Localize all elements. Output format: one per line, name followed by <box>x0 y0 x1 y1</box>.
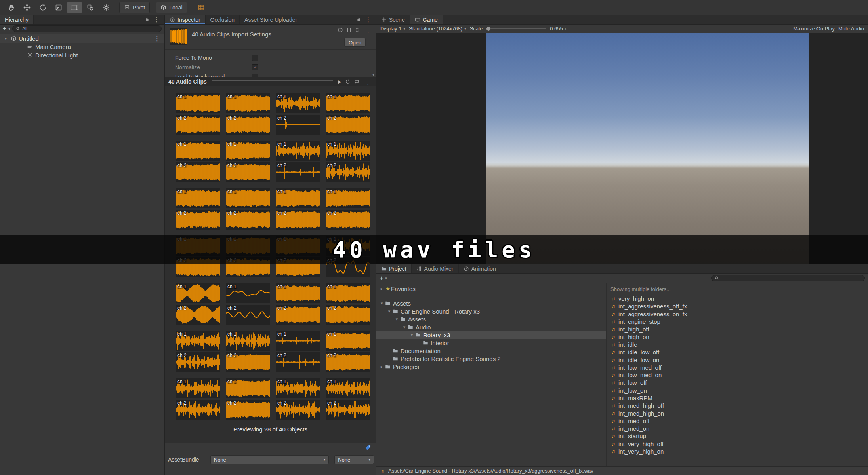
audio-clip-thumbnail[interactable]: ch 1ch 2 <box>276 141 320 182</box>
scroll-down-icon[interactable]: ▾ <box>372 72 374 77</box>
audio-clip-thumbnail[interactable]: ch 1ch 2 <box>326 93 370 135</box>
tool-custom-button[interactable] <box>99 2 113 13</box>
tab-project[interactable]: Project <box>376 264 412 273</box>
gear-icon[interactable] <box>355 27 361 33</box>
hierarchy-item[interactable]: Directional Light <box>0 51 164 59</box>
folder-row[interactable]: ▸Packages <box>376 363 606 370</box>
audio-clip-thumbnail[interactable]: ch 1ch 2 <box>176 188 220 230</box>
file-row[interactable]: ♫int_aggressiveness_on_fx <box>609 310 868 318</box>
tool-rect-button[interactable] <box>67 2 82 13</box>
display-dropdown[interactable]: Display 1▾ <box>380 26 405 32</box>
asset-labels-icon[interactable] <box>364 444 371 451</box>
tree-arrow-right-icon[interactable]: ▸ <box>379 286 385 291</box>
folder-row[interactable]: ▾Car Engine Sound - Rotary x3 <box>376 307 606 315</box>
create-dropdown-caret-icon[interactable]: ▾ <box>385 276 387 280</box>
audio-clip-thumbnail[interactable]: ch 1ch 2 <box>226 141 270 182</box>
file-row[interactable]: ♫int_low_med_off <box>609 364 868 371</box>
tree-arrow-down-icon[interactable]: ▾ <box>409 332 415 338</box>
swap-icon[interactable] <box>354 79 360 84</box>
file-row[interactable]: ♫int_idle <box>609 341 868 348</box>
audio-clip-thumbnail[interactable]: ch 1ch 2 <box>226 93 270 135</box>
file-row[interactable]: ♫int_med_on <box>609 425 868 432</box>
folder-row[interactable]: ▾Assets <box>376 315 606 323</box>
folder-row[interactable]: Prefabs for Realistic Engine Sounds 2 <box>376 355 606 363</box>
file-row[interactable]: ♫int_low_off <box>609 379 868 386</box>
expand-arrow-icon[interactable]: ▾ <box>3 36 9 41</box>
audio-clip-thumbnail[interactable]: ch 1ch 2 <box>276 93 320 135</box>
audio-clip-thumbnail[interactable]: ch 1ch 2 <box>226 378 270 420</box>
loop-icon[interactable] <box>345 79 351 84</box>
hierarchy-search-input[interactable]: All <box>12 25 162 32</box>
more-menu-icon[interactable]: ⋮ <box>364 17 373 23</box>
tab-occlusion[interactable]: Occlusion <box>206 15 240 24</box>
file-row[interactable]: ♫int_aggressiveness_off_fx <box>609 302 868 310</box>
presets-icon[interactable] <box>346 27 352 33</box>
audio-clip-thumbnail[interactable]: ch 1ch 2 <box>226 188 270 230</box>
tool-rotate-button[interactable] <box>36 2 50 13</box>
folder-row[interactable]: ▾Audio <box>376 323 606 331</box>
more-menu-icon[interactable]: ⋮ <box>364 27 373 33</box>
audio-clip-thumbnail[interactable]: ch 1ch 2 <box>326 378 370 420</box>
folder-row[interactable]: ▾Assets <box>376 299 606 307</box>
audio-clip-thumbnail[interactable]: ch 1ch 2 <box>276 283 320 325</box>
more-menu-icon[interactable]: ⋮ <box>363 79 372 85</box>
audio-clip-thumbnail[interactable]: ch 1ch 2 <box>276 378 320 420</box>
add-object-button[interactable]: + <box>3 25 6 32</box>
lock-icon[interactable] <box>356 17 361 22</box>
tab-audio-mixer[interactable]: Audio Mixer <box>412 264 459 273</box>
tree-arrow-right-icon[interactable]: ▸ <box>379 364 385 369</box>
checkbox[interactable]: ✓ <box>252 64 258 70</box>
tree-arrow-down-icon[interactable]: ▾ <box>401 325 407 330</box>
file-row[interactable]: ♫int_idle_low_off <box>609 348 868 356</box>
audio-clip-thumbnail[interactable]: ch 1ch 2 <box>326 331 370 372</box>
file-row[interactable]: ♫int_maxRPM <box>609 394 868 402</box>
lock-icon[interactable] <box>145 17 150 22</box>
file-row[interactable]: ♫int_low_med_on <box>609 371 868 379</box>
folder-row[interactable]: ▾Rotary_x3 <box>376 331 606 339</box>
folder-row[interactable]: Documentation <box>376 347 606 355</box>
file-row[interactable]: ♫very_high_on <box>609 295 868 302</box>
add-dropdown-caret-icon[interactable]: ▾ <box>8 27 10 31</box>
file-row[interactable]: ♫int_high_on <box>609 333 868 340</box>
help-icon[interactable] <box>338 27 343 33</box>
project-search-input[interactable] <box>711 275 865 281</box>
file-row[interactable]: ♫int_med_high_on <box>609 409 868 417</box>
checkbox[interactable] <box>252 55 258 61</box>
audio-clip-thumbnail[interactable]: ch 1ch 2 <box>176 283 220 325</box>
file-row[interactable]: ♫int_low_on <box>609 387 868 394</box>
file-row[interactable]: ♫int_idle_low_on <box>609 356 868 363</box>
tab-hierarchy[interactable]: Hierarchy <box>0 15 34 24</box>
tool-hand-button[interactable] <box>4 2 18 13</box>
checkbox[interactable] <box>252 74 258 77</box>
scene-options-icon[interactable]: ⋮ <box>153 36 162 42</box>
aspect-dropdown[interactable]: Standalone (1024x768)▾ <box>409 26 466 32</box>
assetbundle-dropdown[interactable]: None ▾ <box>210 455 329 464</box>
folder-row[interactable]: Interior <box>376 339 606 347</box>
tool-move-button[interactable] <box>20 2 34 13</box>
audio-clip-thumbnail[interactable]: ch 1ch 2 <box>276 331 320 372</box>
assetbundle-variant-dropdown[interactable]: None ▾ <box>334 455 374 464</box>
tree-arrow-down-icon[interactable]: ▾ <box>379 301 385 306</box>
open-button[interactable]: Open <box>344 38 366 47</box>
scene-row-untitled[interactable]: ▾ Untitled ⋮ <box>0 34 164 43</box>
audio-clip-thumbnail[interactable]: ch 1ch 2 <box>226 331 270 372</box>
hierarchy-item[interactable]: Main Camera <box>0 43 164 51</box>
tool-scale-button[interactable] <box>52 2 66 13</box>
pivot-toggle[interactable]: Pivot <box>119 2 150 13</box>
folder-row[interactable]: ▸★Favorites <box>376 285 606 293</box>
tree-arrow-down-icon[interactable]: ▾ <box>394 317 400 322</box>
tab-asset-store-uploader[interactable]: Asset Store Uploader <box>240 15 302 24</box>
create-asset-button[interactable]: + <box>380 275 383 282</box>
audio-clip-thumbnail[interactable]: ch 1ch 2 <box>176 331 220 372</box>
tab-game[interactable]: Game <box>410 15 443 24</box>
preview-drag-handle[interactable] <box>212 80 333 83</box>
maximize-on-play-button[interactable]: Maximize On Play <box>793 26 835 32</box>
file-row[interactable]: ♫int_engine_stop <box>609 318 868 325</box>
slider-knob[interactable] <box>486 27 490 31</box>
more-menu-icon[interactable]: ⋮ <box>152 17 161 23</box>
audio-clip-thumbnail[interactable]: ch 1ch 2 <box>226 283 270 325</box>
audio-clip-thumbnail[interactable]: ch 1ch 2 <box>176 141 220 182</box>
play-icon[interactable]: ▶ <box>338 79 341 84</box>
file-row[interactable]: ♫int_med_high_off <box>609 402 868 409</box>
file-row[interactable]: ♫int_med_off <box>609 417 868 425</box>
